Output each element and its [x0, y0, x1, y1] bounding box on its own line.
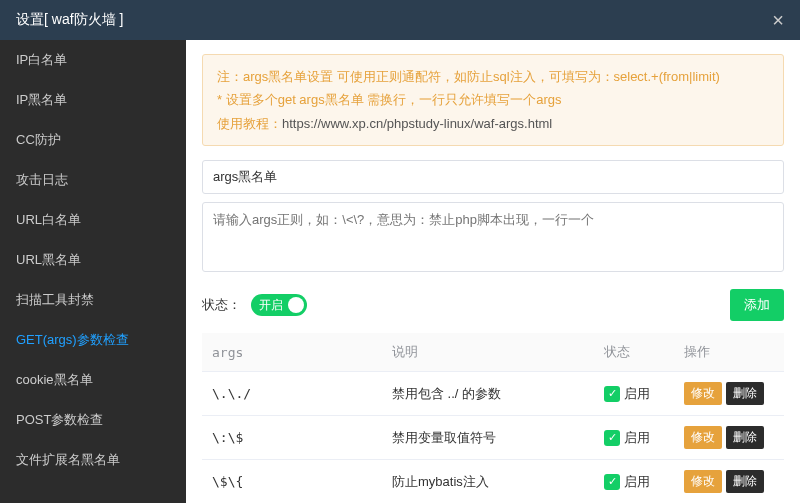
sidebar-item[interactable]: GET(args)参数检查: [0, 320, 186, 360]
notice-box: 注：args黑名单设置 可使用正则通配符，如防止sql注入，可填写为：selec…: [202, 54, 784, 146]
status-checkbox[interactable]: ✓启用: [604, 473, 650, 491]
sidebar-item[interactable]: 攻击日志: [0, 160, 186, 200]
delete-button[interactable]: 删除: [726, 426, 764, 449]
check-icon: ✓: [604, 474, 620, 490]
title: 设置[ waf防火墙 ]: [16, 11, 123, 29]
notice-line: 注：args黑名单设置 可使用正则通配符，如防止sql注入，可填写为：selec…: [217, 65, 769, 88]
cell-args: \:\$: [202, 416, 382, 460]
sidebar-item[interactable]: CC防护: [0, 120, 186, 160]
switch-knob: [288, 297, 304, 313]
add-button[interactable]: 添加: [730, 289, 784, 321]
cell-ops: 修改删除: [674, 416, 784, 460]
sidebar: IP白名单IP黑名单CC防护攻击日志URL白名单URL黑名单扫描工具封禁GET(…: [0, 40, 186, 503]
notice-line: 使用教程：https://www.xp.cn/phpstudy-linux/wa…: [217, 112, 769, 135]
table-row: \:\$禁用变量取值符号✓启用修改删除: [202, 416, 784, 460]
cell-desc: 防止mybatis注入: [382, 460, 594, 503]
tutorial-link[interactable]: https://www.xp.cn/phpstudy-linux/waf-arg…: [282, 116, 552, 131]
main-panel: 注：args黑名单设置 可使用正则通配符，如防止sql注入，可填写为：selec…: [186, 40, 800, 503]
cell-desc: 禁用包含 ../ 的参数: [382, 372, 594, 416]
cell-ops: 修改删除: [674, 460, 784, 503]
th-args: args: [202, 333, 382, 372]
th-desc: 说明: [382, 333, 594, 372]
cell-status: ✓启用: [594, 372, 674, 416]
sidebar-item[interactable]: IP白名单: [0, 40, 186, 80]
status-switch[interactable]: 开启: [251, 294, 307, 316]
sidebar-item[interactable]: IP黑名单: [0, 80, 186, 120]
notice-line: * 设置多个get args黑名单 需换行，一行只允许填写一个args: [217, 88, 769, 111]
cell-desc: 禁用变量取值符号: [382, 416, 594, 460]
table-row: \.\./禁用包含 ../ 的参数✓启用修改删除: [202, 372, 784, 416]
modify-button[interactable]: 修改: [684, 426, 722, 449]
delete-button[interactable]: 删除: [726, 470, 764, 493]
sidebar-item[interactable]: URL白名单: [0, 200, 186, 240]
rules-textarea[interactable]: [202, 202, 784, 272]
cell-status: ✓启用: [594, 416, 674, 460]
th-ops: 操作: [674, 333, 784, 372]
sidebar-item[interactable]: 扫描工具封禁: [0, 280, 186, 320]
cell-ops: 修改删除: [674, 372, 784, 416]
cell-args: \.\./: [202, 372, 382, 416]
delete-button[interactable]: 删除: [726, 382, 764, 405]
table-row: \$\{防止mybatis注入✓启用修改删除: [202, 460, 784, 503]
th-status: 状态: [594, 333, 674, 372]
check-icon: ✓: [604, 430, 620, 446]
sidebar-item[interactable]: URL黑名单: [0, 240, 186, 280]
status-checkbox[interactable]: ✓启用: [604, 429, 650, 447]
name-input[interactable]: [202, 160, 784, 194]
sidebar-item[interactable]: cookie黑名单: [0, 360, 186, 400]
status-label: 状态：: [202, 296, 241, 314]
check-icon: ✓: [604, 386, 620, 402]
status-checkbox[interactable]: ✓启用: [604, 385, 650, 403]
modify-button[interactable]: 修改: [684, 470, 722, 493]
sidebar-item[interactable]: 文件扩展名黑名单: [0, 440, 186, 480]
modify-button[interactable]: 修改: [684, 382, 722, 405]
sidebar-item[interactable]: POST参数检查: [0, 400, 186, 440]
titlebar: 设置[ waf防火墙 ] ×: [0, 0, 800, 40]
cell-args: \$\{: [202, 460, 382, 503]
close-icon[interactable]: ×: [772, 9, 784, 32]
cell-status: ✓启用: [594, 460, 674, 503]
rules-table: args 说明 状态 操作 \.\./禁用包含 ../ 的参数✓启用修改删除\:…: [202, 333, 784, 503]
